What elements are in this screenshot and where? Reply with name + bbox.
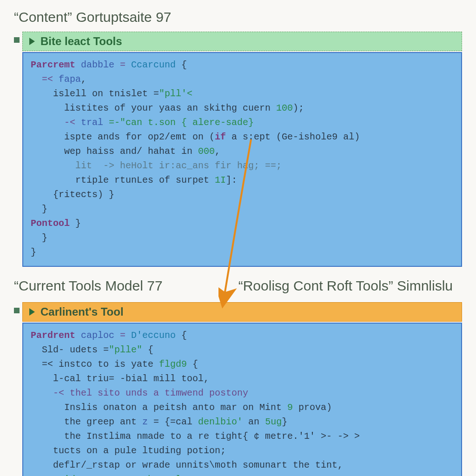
top-section-title: “Content” Gortuptsaite 97 <box>14 9 462 25</box>
disclosure-triangle-icon[interactable] <box>29 308 35 316</box>
mid-left-title: “Current Tools Model 77 <box>14 278 163 294</box>
bottom-code-block: Pardrent caploc = D'eccuno { Sld- udets … <box>22 323 462 476</box>
bullet-icon <box>14 308 20 313</box>
top-panel: Bite leact Tools Parcremt dabble = Ccarc… <box>14 32 462 267</box>
top-code-block: Parcremt dabble = Ccarcund { =< fapa, is… <box>22 52 462 267</box>
mid-right-title: “Roolisg Cont Roft Tools” Simnlislu <box>238 278 453 294</box>
bottom-panel-label: Carlinent's Tool <box>40 305 124 318</box>
bottom-panel: Carlinent's Tool Pardrent caploc = D'ecc… <box>14 302 462 476</box>
bottom-panel-header[interactable]: Carlinent's Tool <box>22 302 462 322</box>
top-panel-label: Bite leact Tools <box>40 35 122 48</box>
bullet-icon <box>14 37 20 43</box>
top-panel-header[interactable]: Bite leact Tools <box>22 32 462 51</box>
mid-titles-row: “Current Tools Model 77 “Roolisg Cont Ro… <box>14 278 462 300</box>
disclosure-triangle-icon[interactable] <box>29 38 35 45</box>
